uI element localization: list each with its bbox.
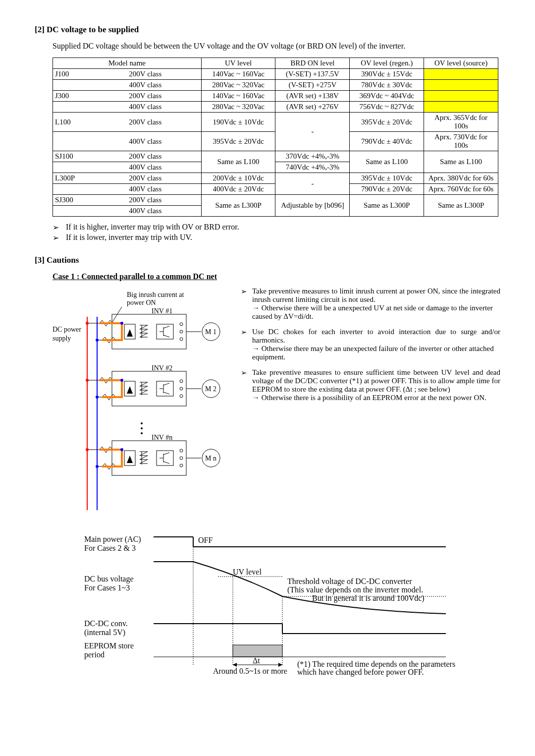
cell-ovs: Aprx. 365Vdc for 100s bbox=[424, 113, 498, 132]
cell-ovr: 369Vdc ~ 404Vdc bbox=[350, 91, 424, 102]
svg-marker-40 bbox=[127, 456, 133, 463]
cell-ovr: Same as L100 bbox=[350, 151, 424, 173]
cell-brd: - bbox=[275, 113, 350, 151]
svg-point-50 bbox=[141, 432, 143, 434]
cell-ovs bbox=[424, 102, 498, 113]
cell-ovs bbox=[424, 80, 498, 91]
svg-point-16 bbox=[180, 338, 183, 341]
timing-diagram: Main power (AC) For Cases 2 & 3 OFF DC b… bbox=[84, 532, 481, 683]
svg-text:DC-DC conv.: DC-DC conv. bbox=[84, 619, 128, 628]
cell-ovs: Aprx. 760Vdc for 60s bbox=[424, 184, 498, 195]
svg-marker-12 bbox=[127, 329, 133, 337]
svg-text:UV level: UV level bbox=[233, 568, 262, 576]
svg-text:M 1: M 1 bbox=[205, 328, 216, 336]
cell-brd: (V-SET) +137.5V bbox=[275, 69, 350, 80]
svg-rect-41 bbox=[157, 451, 173, 465]
cell-uv: 400Vdc ± 20Vdc bbox=[201, 184, 275, 195]
cell-uv: 395Vdc ± 20Vdc bbox=[201, 132, 275, 151]
note-sub: → Otherwise there will be a unexpected U… bbox=[252, 304, 500, 321]
svg-point-8 bbox=[86, 322, 89, 325]
cell-model: L300P bbox=[53, 173, 127, 184]
svg-rect-27 bbox=[157, 381, 173, 396]
cell-ovr: 790Vdc ± 20Vdc bbox=[350, 184, 424, 195]
cell-model: SJ300 bbox=[53, 195, 127, 206]
section3-title: [3] Cautions bbox=[35, 255, 500, 265]
cell-class: 400V class bbox=[127, 206, 201, 217]
cell-brd: 370Vdc +4%,-3% bbox=[275, 151, 350, 162]
svg-text:period: period bbox=[84, 650, 105, 659]
cell-class: 400V class bbox=[127, 162, 201, 173]
cell-ovs: Aprx. 730Vdc for 100s bbox=[424, 132, 498, 151]
svg-point-15 bbox=[180, 330, 183, 333]
cell-class: 200V class bbox=[127, 173, 201, 184]
svg-rect-21 bbox=[112, 371, 186, 406]
th-model: Model name bbox=[53, 58, 202, 69]
cell-class: 400V class bbox=[127, 184, 201, 195]
svg-text:which have changed before powe: which have changed before power OFF. bbox=[297, 668, 424, 677]
bullet-text: If it is lower, inverter may trip with U… bbox=[66, 233, 192, 242]
cell-model bbox=[53, 206, 127, 217]
svg-text:INV #n: INV #n bbox=[152, 434, 172, 441]
svg-text:For Cases 1~3: For Cases 1~3 bbox=[84, 583, 130, 592]
svg-point-48 bbox=[141, 422, 143, 424]
parallel-dc-diagram: Big inrush current at power ON DC powers… bbox=[53, 287, 231, 517]
cell-ovr: 790Vdc ± 40Vdc bbox=[350, 132, 424, 151]
svg-text:Main power (AC): Main power (AC) bbox=[84, 535, 141, 544]
th-ovr: OV level (regen.) bbox=[350, 58, 424, 69]
cell-uv: 140Vac ~ 160Vac bbox=[201, 69, 275, 80]
svg-text:Big inrush current at: Big inrush current at bbox=[127, 291, 184, 298]
cell-ovr: 390Vdc ± 15Vdc bbox=[350, 69, 424, 80]
cell-model: SJ100 bbox=[53, 151, 127, 162]
cell-uv: 190Vdc ± 10Vdc bbox=[201, 113, 275, 132]
svg-line-2 bbox=[112, 307, 122, 323]
svg-point-38 bbox=[120, 448, 123, 451]
cell-ovs: Same as L100 bbox=[424, 151, 498, 173]
cell-ovr: 780Vdc ± 30Vdc bbox=[350, 80, 424, 91]
svg-text:(internal 5V): (internal 5V) bbox=[84, 628, 125, 637]
cell-class: 200V class bbox=[127, 91, 201, 102]
svg-text:But in general it is around 10: But in general it is around 100Vdc) bbox=[312, 594, 425, 603]
th-brd: BRD ON level bbox=[275, 58, 350, 69]
cell-ovr: 395Vdc ± 10Vdc bbox=[350, 173, 424, 184]
cell-model: L100 bbox=[53, 113, 127, 132]
cell-brd: (AVR set) +276V bbox=[275, 102, 350, 113]
svg-point-14 bbox=[180, 323, 183, 326]
svg-marker-79 bbox=[278, 663, 282, 667]
cell-class: 200V class bbox=[127, 195, 201, 206]
svg-point-29 bbox=[180, 387, 183, 390]
cell-class: 200V class bbox=[127, 69, 201, 80]
note-sub: → Otherwise there may be an unexpected f… bbox=[252, 345, 500, 361]
case1-title: Case 1 : Connected parallel to a common … bbox=[53, 272, 500, 281]
cell-class: 200V class bbox=[127, 151, 201, 162]
cell-ovr: 756Vdc ~ 827Vdc bbox=[350, 102, 424, 113]
svg-point-28 bbox=[180, 380, 183, 383]
bullet-arrow-icon: ➢ bbox=[53, 223, 59, 232]
cell-brd: (V-SET) +275V bbox=[275, 80, 350, 91]
cell-class: 400V class bbox=[127, 80, 201, 91]
svg-point-37 bbox=[96, 465, 99, 468]
cell-uv: 200Vdc ± 10Vdc bbox=[201, 173, 275, 184]
svg-point-42 bbox=[180, 449, 183, 452]
cell-ovr: 395Vdc ± 20Vdc bbox=[350, 113, 424, 132]
cell-class: 400V class bbox=[127, 132, 201, 151]
cell-uv: Same as L100 bbox=[201, 151, 275, 173]
svg-text:Δt: Δt bbox=[253, 656, 260, 665]
cell-ovs: Aprx. 380Vdc for 60s bbox=[424, 173, 498, 184]
voltage-table: Model name UV level BRD ON level OV leve… bbox=[53, 58, 498, 217]
cell-ovr: Same as L300P bbox=[350, 195, 424, 217]
svg-point-49 bbox=[141, 427, 143, 429]
svg-text:EEPROM store: EEPROM store bbox=[84, 641, 134, 650]
bullet-arrow-icon: ➢ bbox=[53, 233, 59, 242]
cell-ovs: Same as L300P bbox=[424, 195, 498, 217]
svg-point-24 bbox=[120, 379, 123, 382]
svg-text:DC bus voltage: DC bus voltage bbox=[84, 575, 134, 583]
svg-rect-7 bbox=[112, 314, 186, 349]
svg-text:power ON: power ON bbox=[127, 299, 156, 306]
section2-title: [2] DC voltage to be supplied bbox=[35, 25, 500, 35]
bullet-arrow-icon: ➢ bbox=[241, 368, 247, 402]
svg-text:INV #1: INV #1 bbox=[152, 307, 172, 315]
bullet-arrow-icon: ➢ bbox=[241, 287, 247, 321]
svg-point-10 bbox=[120, 322, 123, 325]
svg-text:INV #2: INV #2 bbox=[152, 364, 172, 372]
cell-class: 400V class bbox=[127, 102, 201, 113]
